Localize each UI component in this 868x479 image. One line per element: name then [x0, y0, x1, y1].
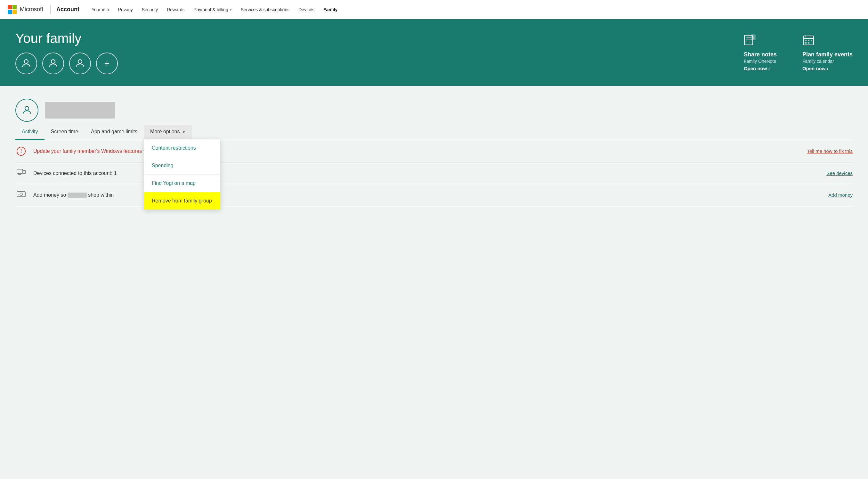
dropdown-content-restrictions[interactable]: Content restrictions [144, 139, 220, 157]
info-rows: ! Update your family member's Windows fe… [16, 140, 852, 206]
person-icon-1 [21, 58, 32, 69]
windows-update-row: ! Update your family member's Windows fe… [16, 140, 852, 162]
more-options-chevron-icon: ∨ [183, 129, 185, 134]
payment-billing-dropdown-arrow: ∨ [229, 8, 232, 11]
add-icon: + [104, 58, 110, 68]
selected-member-avatar[interactable] [16, 99, 38, 122]
more-options-dropdown: Content restrictions Spending Find Yogi … [144, 139, 221, 210]
nav-links: Your info Privacy Security Rewards Payme… [87, 0, 860, 19]
hero-left-section: Your family + [16, 31, 724, 74]
share-notes-link[interactable]: Open now › [744, 66, 777, 71]
tab-activity[interactable]: Activity [16, 124, 44, 140]
svg-point-16 [20, 193, 23, 196]
dropdown-find-on-map[interactable]: Find Yogi on a map [144, 175, 220, 192]
plan-events-link[interactable]: Open now › [802, 66, 852, 71]
nav-link-privacy[interactable]: Privacy [114, 0, 137, 19]
member-name-redacted [45, 102, 115, 119]
logo-area: Microsoft [8, 5, 43, 14]
hero-avatars: + [16, 53, 724, 74]
add-money-row: Add money so shop within Add money [16, 184, 852, 206]
money-icon [17, 191, 26, 198]
add-money-action[interactable]: Add money [828, 192, 852, 198]
more-options-button[interactable]: More options ∨ [144, 125, 192, 139]
svg-rect-10 [805, 42, 807, 43]
warning-circle-icon: ! [17, 147, 26, 156]
main-content: Activity Screen time App and game limits… [0, 86, 868, 219]
family-member-avatar-1[interactable] [16, 53, 37, 74]
windows-update-action[interactable]: Tell me how to fix this [807, 148, 852, 154]
person-icon-2 [48, 58, 59, 69]
nav-link-devices[interactable]: Devices [294, 0, 319, 19]
svg-rect-8 [808, 40, 809, 41]
logo-blue [8, 10, 12, 14]
nav-link-services-subscriptions[interactable]: Services & subscriptions [236, 0, 294, 19]
calendar-icon [802, 34, 852, 49]
person-icon-3 [74, 58, 86, 69]
svg-rect-11 [808, 42, 809, 43]
svg-point-2 [78, 60, 82, 63]
microsoft-wordmark: Microsoft [20, 6, 43, 13]
logo-yellow [12, 10, 17, 14]
warning-icon-row1: ! [16, 146, 27, 156]
money-icon-row3 [16, 191, 27, 199]
plan-events-subtitle: Family calendar [802, 59, 852, 64]
share-notes-feature[interactable]: N Share notes Family OneNote Open now › [744, 34, 777, 71]
svg-point-1 [51, 60, 55, 63]
svg-point-12 [25, 107, 29, 110]
svg-rect-14 [23, 171, 25, 174]
hero-banner: Your family + [0, 19, 868, 86]
account-label: Account [56, 6, 80, 13]
nav-divider [50, 5, 51, 14]
svg-rect-9 [811, 40, 812, 41]
hero-title: Your family [16, 31, 724, 46]
tab-screen-time[interactable]: Screen time [44, 124, 85, 140]
svg-point-0 [24, 60, 28, 63]
tab-app-game-limits[interactable]: App and game limits [85, 124, 144, 140]
microsoft-logo [8, 5, 17, 14]
onenote-icon: N [744, 34, 777, 49]
plan-events-title: Plan family events [802, 51, 852, 58]
see-devices-action[interactable]: See devices [826, 171, 852, 176]
more-options-wrapper: More options ∨ Content restrictions Spen… [144, 125, 192, 139]
svg-rect-7 [805, 40, 807, 41]
nav-link-family[interactable]: Family [319, 0, 342, 19]
dropdown-remove-from-group[interactable]: Remove from family group [144, 192, 220, 210]
top-navigation: Microsoft Account Your info Privacy Secu… [0, 0, 868, 19]
hero-features: N Share notes Family OneNote Open now › [724, 34, 852, 71]
member-header [16, 99, 852, 122]
svg-rect-15 [17, 191, 25, 197]
family-member-avatar-2[interactable] [42, 53, 64, 74]
logo-green [12, 5, 17, 9]
devices-icon-row2 [16, 169, 27, 178]
dropdown-spending[interactable]: Spending [144, 157, 220, 175]
devices-row: Devices connected to this account: 1 See… [16, 162, 852, 184]
selected-member-person-icon [21, 104, 33, 116]
svg-text:N: N [752, 36, 754, 39]
redacted-name [67, 192, 87, 198]
logo-red [8, 5, 12, 9]
devices-icon [17, 169, 26, 176]
share-notes-title: Share notes [744, 51, 777, 58]
plan-events-feature[interactable]: Plan family events Family calendar Open … [802, 34, 852, 71]
nav-link-payment-billing[interactable]: Payment & billing ∨ [189, 0, 236, 19]
svg-rect-13 [17, 169, 23, 173]
family-member-avatar-3[interactable] [69, 53, 91, 74]
add-family-member-button[interactable]: + [96, 53, 118, 74]
nav-link-your-info[interactable]: Your info [87, 0, 114, 19]
nav-link-rewards[interactable]: Rewards [162, 0, 189, 19]
nav-link-security[interactable]: Security [137, 0, 163, 19]
member-tabs: Activity Screen time App and game limits… [16, 124, 852, 140]
share-notes-subtitle: Family OneNote [744, 59, 777, 64]
